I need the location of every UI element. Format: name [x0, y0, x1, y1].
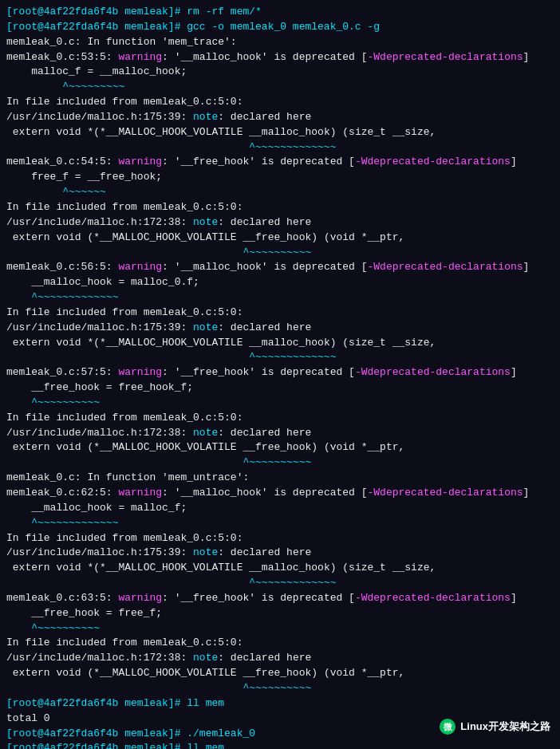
terminal-text-part: warning [118, 592, 162, 604]
terminal-line: malloc_f = __malloc_hook; [6, 65, 554, 80]
terminal-line: /usr/include/malloc.h:172:38: note: decl… [6, 426, 554, 441]
terminal-text-part: memleak_0.c:56:5: [6, 261, 118, 273]
terminal-text-part: ] [511, 156, 517, 168]
terminal-line: [root@4af22fda6f4b memleak]# ll mem [6, 696, 554, 712]
terminal-line: memleak_0.c:56:5: warning: '__malloc_hoo… [6, 260, 554, 275]
terminal-line: In file included from memleak_0.c:5:0: [6, 306, 554, 321]
terminal-line: In file included from memleak_0.c:5:0: [6, 95, 554, 110]
terminal-line: /usr/include/malloc.h:172:38: note: decl… [6, 651, 554, 666]
terminal-text-part: : declared here [218, 111, 311, 123]
terminal-text-part: -Wdeprecated-declarations [355, 592, 511, 604]
terminal-text-part: : '__malloc_hook' is deprecated [ [162, 487, 367, 499]
terminal-text-part: ] [523, 487, 530, 499]
terminal-text-part: -Wdeprecated-declarations [368, 261, 523, 273]
terminal-line: ^~~~~~~~~~~ [6, 621, 554, 637]
terminal-line: memleak_0.c: In function 'mem_untrace': [6, 471, 554, 486]
terminal-text-part: memleak_0.c:57:5: [6, 366, 118, 378]
terminal-line: ^~~~~~~~~~~ [6, 455, 554, 471]
terminal-text-part: : '__free_hook' is deprecated [ [162, 366, 355, 378]
terminal-line: In file included from memleak_0.c:5:0: [6, 411, 554, 426]
terminal-line: memleak_0.c:53:5: warning: '__malloc_hoo… [6, 50, 554, 65]
terminal-line: ^~~~~~~ [6, 185, 554, 200]
terminal-text-part: : '__free_hook' is deprecated [ [162, 592, 355, 604]
terminal-line: ^~~~~~~~~~~~~~ [6, 290, 554, 306]
terminal-text-part: /usr/include/malloc.h:175:39: [6, 111, 193, 123]
terminal-text-part: /usr/include/malloc.h:175:39: [6, 546, 193, 558]
terminal-text-part: memleak_0.c:54:5: [6, 156, 118, 168]
terminal-text-part: warning [118, 366, 162, 378]
terminal-text-part: : declared here [218, 321, 311, 333]
terminal-line: extern void *(*__MALLOC_HOOK_VOLATILE __… [6, 561, 554, 576]
terminal-line: __free_hook = free_f; [6, 606, 554, 621]
watermark-text: Linux开发架构之路 [460, 719, 550, 734]
wechat-icon: 微 [440, 719, 455, 735]
terminal-text-part: /usr/include/malloc.h:172:38: [6, 427, 193, 439]
terminal-text-part: ] [511, 366, 517, 378]
terminal-text-part: : declared here [218, 652, 311, 664]
terminal-text-part: note [193, 652, 218, 664]
terminal-text-part: -Wdeprecated-declarations [368, 487, 523, 499]
terminal-line: extern void (*__MALLOC_HOOK_VOLATILE __f… [6, 666, 554, 681]
terminal-line: ^~~~~~~~~~~ [6, 396, 554, 411]
terminal-text-part: : '__malloc_hook' is deprecated [ [162, 261, 367, 273]
terminal-line: [root@4af22fda6f4b memleak]# gcc -o meml… [6, 20, 554, 35]
watermark: 微 Linux开发架构之路 [440, 719, 550, 735]
terminal-text-part: : declared here [218, 427, 311, 439]
terminal-line: ^~~~~~~~~~~~~~ [6, 350, 554, 365]
terminal-line: [root@4af22fda6f4b memleak]# rm -rf mem/… [6, 5, 554, 20]
terminal-line: ^~~~~~~~~~~~~~ [6, 576, 554, 591]
terminal-line: /usr/include/malloc.h:172:38: note: decl… [6, 215, 554, 231]
terminal-text-part: /usr/include/malloc.h:172:38: [6, 216, 193, 228]
terminal-text-part: /usr/include/malloc.h:175:39: [6, 321, 193, 333]
terminal-line: /usr/include/malloc.h:175:39: note: decl… [6, 321, 554, 336]
terminal-text-part: -Wdeprecated-declarations [355, 156, 511, 168]
terminal-text-part: ] [523, 261, 530, 273]
terminal-line: [root@4af22fda6f4b memleak]# ll mem [6, 741, 554, 749]
terminal-text-part: memleak_0.c:63:5: [6, 592, 118, 604]
terminal-line: In file included from memleak_0.c:5:0: [6, 200, 554, 215]
terminal-line: In file included from memleak_0.c:5:0: [6, 531, 554, 546]
terminal-text-part: warning [118, 487, 162, 499]
terminal-text-part: note [193, 111, 218, 123]
terminal-text-part: : '__malloc_hook' is deprecated [ [162, 51, 367, 63]
terminal-text-part: : declared here [218, 546, 311, 558]
terminal-text-part: note [193, 321, 218, 333]
terminal-text-part: note [193, 427, 218, 439]
terminal-text-part: : declared here [218, 216, 311, 228]
terminal-text-part: -Wdeprecated-declarations [368, 51, 523, 63]
terminal-line: ^~~~~~~~~~~ [6, 681, 554, 696]
terminal-line: ^~~~~~~~~~~~~~ [6, 516, 554, 531]
terminal-line: memleak_0.c:54:5: warning: '__free_hook'… [6, 155, 554, 170]
terminal-text-part: /usr/include/malloc.h:172:38: [6, 652, 193, 664]
terminal-line: free_f = __free_hook; [6, 170, 554, 185]
terminal-line: In file included from memleak_0.c:5:0: [6, 636, 554, 651]
terminal-text-part: ] [523, 51, 530, 63]
terminal-text-part: -Wdeprecated-declarations [355, 366, 511, 378]
terminal-text-part: warning [118, 261, 162, 273]
terminal-text-part: ] [511, 592, 517, 604]
terminal-line: memleak_0.c:57:5: warning: '__free_hook'… [6, 365, 554, 380]
terminal-line: ^~~~~~~~~~ [6, 80, 554, 95]
terminal-line: extern void *(*__MALLOC_HOOK_VOLATILE __… [6, 336, 554, 351]
terminal-line: __free_hook = free_hook_f; [6, 380, 554, 396]
terminal-text-part: memleak_0.c:53:5: [6, 51, 118, 63]
terminal-text-part: memleak_0.c:62:5: [6, 487, 118, 499]
terminal-text-part: note [193, 216, 218, 228]
terminal-line: memleak_0.c:62:5: warning: '__malloc_hoo… [6, 486, 554, 501]
terminal-text-part: : '__free_hook' is deprecated [ [162, 156, 355, 168]
terminal-line: extern void (*__MALLOC_HOOK_VOLATILE __f… [6, 440, 554, 455]
terminal-text-part: warning [118, 51, 162, 63]
terminal-line: ^~~~~~~~~~~ [6, 246, 554, 261]
terminal-line: memleak_0.c: In function 'mem_trace': [6, 35, 554, 50]
terminal-text-part: warning [118, 156, 162, 168]
terminal-text-part: note [193, 546, 218, 558]
terminal-line: extern void (*__MALLOC_HOOK_VOLATILE __f… [6, 231, 554, 246]
terminal-line: memleak_0.c:63:5: warning: '__free_hook'… [6, 591, 554, 606]
terminal-line: /usr/include/malloc.h:175:39: note: decl… [6, 110, 554, 125]
terminal-line: __malloc_hook = malloc_0.f; [6, 275, 554, 290]
terminal-line: extern void *(*__MALLOC_HOOK_VOLATILE __… [6, 125, 554, 140]
terminal-line: /usr/include/malloc.h:175:39: note: decl… [6, 546, 554, 561]
terminal-line: ^~~~~~~~~~~~~~ [6, 140, 554, 156]
terminal-line: __malloc_hook = malloc_f; [6, 501, 554, 516]
terminal: [root@4af22fda6f4b memleak]# rm -rf mem/… [0, 0, 560, 749]
